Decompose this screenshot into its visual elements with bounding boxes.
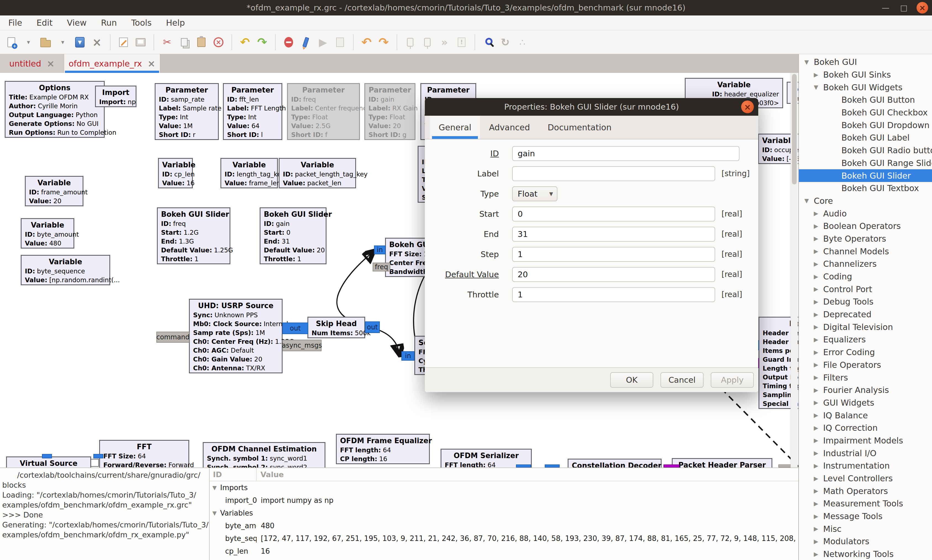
port-in[interactable] — [42, 454, 52, 458]
maximize-icon[interactable]: □ — [898, 3, 909, 12]
port-in[interactable]: in — [374, 246, 386, 254]
block-variable-frame-amount[interactable]: Variable ID:frame_amountValue:20 — [25, 176, 83, 206]
sidebar-item[interactable]: ▶ File Operators — [799, 359, 932, 371]
sidebar-item[interactable]: Bokeh GUI Label — [799, 131, 932, 144]
block-fft[interactable]: FFT FFT Size:64Forward/Reverse:Forward — [99, 440, 189, 468]
menu-item[interactable]: View — [60, 15, 94, 30]
menu-item[interactable]: Run — [94, 15, 124, 30]
tab-ofdm-example-rx[interactable]: ofdm_example_rx × — [64, 54, 160, 73]
cancel-button[interactable]: Cancel — [661, 372, 704, 388]
sidebar-item[interactable]: ▶ Debug Tools — [799, 295, 932, 308]
tree-arrow-icon[interactable]: ▶ — [814, 374, 823, 381]
tree-arrow-icon[interactable]: ▼ — [814, 84, 823, 91]
sidebar-item[interactable]: ▶ Level Controllers — [799, 472, 932, 485]
block-variable-length-tag-key[interactable]: Variable ID:length_tag_keyValue:frame_le… — [220, 158, 278, 188]
tree-arrow-icon[interactable]: ▶ — [814, 336, 823, 343]
rotate-cw-button[interactable]: ↷ — [375, 33, 392, 52]
tree-arrow-icon[interactable]: ▶ — [814, 399, 823, 406]
sidebar-item[interactable]: ▶ Modulators — [799, 535, 932, 548]
tree-arrow-icon[interactable]: ▶ — [814, 286, 823, 292]
block-bokeh-gui-slider-gain[interactable]: Bokeh GUI Slider ID:gainStart:0End:31Def… — [260, 208, 327, 264]
tree-arrow-icon[interactable]: ▶ — [814, 324, 823, 330]
tree-arrow-icon[interactable]: ▶ — [814, 362, 823, 368]
throttle-input[interactable] — [512, 287, 715, 302]
tree-arrow-icon[interactable]: ▶ — [814, 387, 823, 394]
block-import[interactable]: Import Import:np — [95, 86, 136, 107]
sidebar-item[interactable]: ▶ Control Port — [799, 283, 932, 295]
variable-table-row[interactable]: ▼ Variables — [210, 507, 798, 519]
block-parameter-freq-disabled[interactable]: Parameter ID:freqLabel:Center frequencyT… — [287, 83, 360, 140]
screen-capture-button[interactable] — [115, 33, 132, 52]
tree-arrow-icon[interactable]: ▶ — [814, 538, 823, 545]
tab-documentation[interactable]: Documentation — [539, 116, 620, 139]
block-packet-header-parser[interactable]: Packet Header Parser — [672, 458, 772, 468]
port-message[interactable] — [664, 465, 679, 468]
sidebar-item[interactable]: ▶ Audio — [799, 207, 932, 220]
end-input[interactable] — [512, 227, 715, 242]
port-in[interactable]: in — [401, 351, 414, 361]
new-button[interactable] — [3, 33, 20, 52]
port-out[interactable]: out — [365, 322, 380, 333]
close-icon[interactable]: × — [917, 2, 928, 14]
block-options[interactable]: Options Title:Example OFDM RXAuthor:Cyri… — [5, 81, 105, 138]
tree-arrow-icon[interactable]: ▶ — [814, 425, 823, 431]
terminal-button[interactable] — [132, 33, 149, 52]
delete-button[interactable]: × — [210, 33, 227, 52]
menu-item[interactable]: Help — [159, 15, 192, 30]
paste-button[interactable] — [193, 33, 210, 52]
sidebar-item[interactable]: Bokeh GUI Radio buttons — [799, 144, 932, 157]
sidebar-item[interactable]: ▶ Misc — [799, 522, 932, 535]
canvas-scrollbar[interactable] — [790, 73, 798, 468]
kill-button[interactable] — [331, 33, 348, 52]
port-async-msgs[interactable]: async_msgs — [282, 340, 322, 351]
copy-button[interactable] — [176, 33, 193, 52]
menu-item[interactable]: Tools — [124, 15, 159, 30]
sidebar-item[interactable]: Bokeh GUI Dropdown — [799, 119, 932, 131]
tree-arrow-icon[interactable]: ▶ — [814, 210, 823, 217]
tree-arrow-icon[interactable]: ▶ — [814, 450, 823, 457]
scrollbar-thumb[interactable] — [792, 74, 796, 185]
reload-blocks-button[interactable]: ↻ — [497, 33, 514, 52]
sidebar-item[interactable]: Bokeh GUI Range Slider — [799, 157, 932, 169]
tree-arrow-icon[interactable]: ▶ — [814, 235, 823, 242]
find-button[interactable] — [479, 33, 497, 52]
close-icon[interactable]: × — [148, 58, 156, 69]
variable-table-row[interactable]: byte_sequei [172, 47, 117, 192, 67, 251,… — [210, 532, 798, 545]
tree-arrow-icon[interactable]: ▶ — [814, 500, 823, 507]
tree-arrow-icon[interactable]: ▶ — [814, 488, 823, 494]
block-variable-packet-length-tag-key[interactable]: Variable ID:packet_length_tag_keyValue:p… — [279, 158, 356, 188]
new-dropdown-button[interactable]: ▾ — [20, 33, 37, 52]
tree-arrow-icon[interactable]: ▶ — [814, 437, 823, 444]
block-bokeh-gui-slider-freq[interactable]: Bokeh GUI Slider ID:freqStart:1.2GEnd:1.… — [157, 208, 230, 264]
tree-arrow-icon[interactable]: ▶ — [814, 261, 823, 267]
block-parameter-gain-disabled[interactable]: Parameter ID:gainLabel:RX GainType:Float… — [364, 83, 416, 140]
sidebar-item[interactable]: ▶ Industrial I/O — [799, 447, 932, 460]
sidebar-item[interactable]: ▶ Instrumentation — [799, 460, 932, 472]
sidebar-item[interactable]: ▶ Equalizers — [799, 333, 932, 346]
id-input[interactable] — [512, 146, 739, 161]
sidebar-item[interactable]: ▶ Channel Models — [799, 245, 932, 258]
port-in[interactable] — [545, 465, 560, 468]
sidebar-item[interactable]: Bokeh GUI Textbox — [799, 182, 932, 195]
close-button[interactable]: × — [88, 33, 106, 52]
sidebar-item[interactable]: ▶ Filters — [799, 371, 932, 384]
block-ofdm-frame-equalizer[interactable]: OFDM Frame Equalizer FFT length:64CP len… — [336, 434, 430, 464]
tree-arrow-icon[interactable]: ▶ — [814, 551, 823, 557]
block-variable-byte-amount[interactable]: Variable ID:byte_amountValue:480 — [21, 218, 74, 249]
dialog-titlebar[interactable]: Properties: Bokeh GUI Slider (sur mnode1… — [425, 98, 758, 116]
tab-general[interactable]: General — [430, 116, 480, 139]
tree-arrow-icon[interactable]: ▶ — [814, 463, 823, 469]
port-in[interactable] — [93, 454, 103, 458]
sidebar-item[interactable]: ▶ IQ Correction — [799, 422, 932, 434]
tree-arrow-icon[interactable]: ▶ — [814, 526, 823, 532]
flowgraph-properties-button[interactable]: ! — [453, 33, 470, 52]
tree-arrow-icon[interactable]: ▼ — [210, 484, 220, 491]
variable-table-row[interactable]: byte_amour 480 — [210, 519, 798, 532]
close-icon[interactable]: × — [47, 58, 55, 69]
cut-button[interactable]: ✂ — [159, 33, 176, 52]
variable-table-row[interactable]: import_0 import numpy as np — [210, 494, 798, 507]
tree-arrow-icon[interactable]: ▶ — [814, 349, 823, 356]
port-command[interactable]: command — [156, 332, 189, 343]
sidebar-item[interactable]: Bokeh GUI Button — [799, 94, 932, 106]
minimize-icon[interactable]: — — [880, 3, 891, 12]
